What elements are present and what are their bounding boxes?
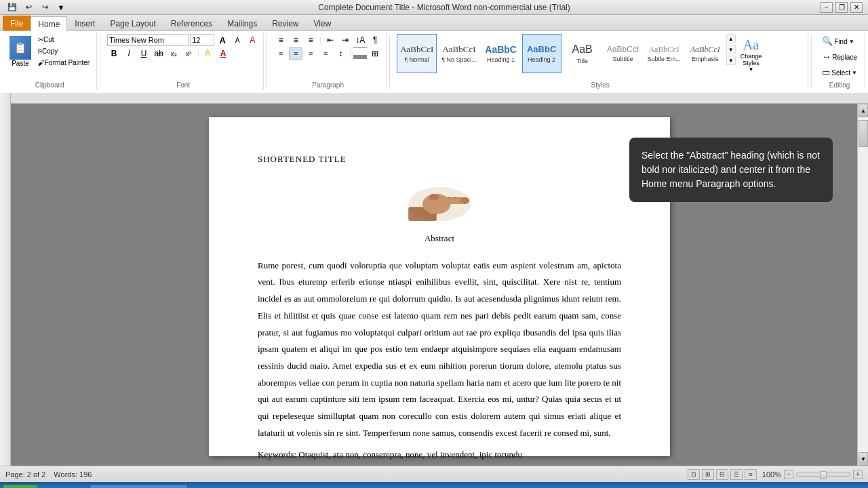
- editing-group-content: 🔍 Find ▼ ↔ Replace ▭ Select ▼: [818, 34, 861, 80]
- underline-button[interactable]: U: [137, 47, 151, 60]
- restore-btn[interactable]: ❐: [835, 2, 848, 13]
- style-title-btn[interactable]: AaB Title: [563, 34, 602, 73]
- abstract-hand-image: [406, 180, 473, 228]
- styles-group-content: AaBbCcI ¶ Normal AaBbCcI ¶ No Spaci... A…: [397, 34, 765, 80]
- align-center-btn[interactable]: ≡: [289, 47, 302, 60]
- line-spacing-btn[interactable]: ↕: [334, 47, 347, 60]
- window-controls: − ❐ ✕: [821, 2, 863, 13]
- style-subtle-btn[interactable]: AaBbCcI Subtle Em...: [644, 34, 684, 73]
- view-print-btn[interactable]: ⊡: [688, 469, 700, 480]
- show-marks-btn[interactable]: ¶: [368, 34, 382, 46]
- paragraph-label: Paragraph: [274, 80, 382, 89]
- style-heading1-btn[interactable]: AaBbC Heading 1: [481, 34, 521, 73]
- styles-scroll-up[interactable]: ▲: [726, 34, 736, 43]
- text-highlight-btn[interactable]: A: [201, 47, 215, 60]
- font-row-2: B I U ab x₂ x² A A: [107, 47, 230, 60]
- style-heading1-label: Heading 1: [487, 56, 515, 63]
- align-left-btn[interactable]: ≡: [274, 47, 288, 60]
- minimize-btn[interactable]: −: [821, 2, 833, 13]
- undo-quick-btn[interactable]: ↩: [22, 1, 35, 14]
- save-quick-btn[interactable]: 💾: [5, 1, 19, 14]
- numbering-btn[interactable]: ≡: [289, 34, 302, 46]
- redo-quick-btn[interactable]: ↪: [38, 1, 52, 14]
- style-subtitle-btn[interactable]: AaBbCcI Subtitle: [604, 34, 643, 73]
- decrease-indent-btn[interactable]: ⇤: [323, 34, 337, 46]
- scroll-down-btn[interactable]: ▼: [859, 452, 868, 466]
- bullets-btn[interactable]: ≡: [274, 34, 288, 46]
- replace-btn[interactable]: ↔ Replace: [818, 49, 861, 64]
- status-left: Page: 2 of 2 Words: 196: [5, 470, 92, 479]
- font-size-selector[interactable]: [190, 34, 214, 46]
- tab-page-layout[interactable]: Page Layout: [102, 16, 163, 30]
- tab-file[interactable]: File: [3, 16, 31, 30]
- styles-scroll-down[interactable]: ▼: [726, 45, 736, 54]
- increase-indent-btn[interactable]: ⇥: [338, 34, 352, 46]
- view-outline-btn[interactable]: ☰: [730, 469, 743, 480]
- view-web-btn[interactable]: ⊟: [716, 469, 728, 480]
- page-info: Page: 2 of 2: [5, 470, 45, 479]
- styles-scroll-arrows: ▲ ▼ ▼: [726, 34, 736, 65]
- find-label: Find: [834, 38, 847, 45]
- zoom-out-btn[interactable]: −: [784, 470, 793, 479]
- paste-button[interactable]: 📋 Paste: [7, 34, 34, 69]
- copy-button[interactable]: ⎘ Copy: [35, 45, 92, 56]
- style-normal-preview: AaBbCcI: [400, 44, 433, 55]
- tab-view[interactable]: View: [307, 16, 339, 30]
- style-subtitle-preview: AaBbCcI: [607, 45, 639, 54]
- zoom-slider-thumb[interactable]: [820, 471, 827, 479]
- style-heading1-preview: AaBbC: [485, 44, 517, 56]
- select-btn[interactable]: ▭ Select ▼: [818, 65, 861, 80]
- bold-button[interactable]: B: [107, 47, 121, 60]
- subscript-btn[interactable]: x₂: [167, 47, 180, 60]
- clipboard-group: 📋 Paste ✂ Cut ⎘ Copy 🖌 Format Painter Cl…: [3, 33, 97, 90]
- border-btn[interactable]: ⊞: [368, 47, 382, 60]
- style-heading2-btn[interactable]: AaBbC Heading 2: [522, 34, 561, 73]
- tab-insert[interactable]: Insert: [67, 16, 102, 30]
- font-name-selector[interactable]: [107, 34, 189, 46]
- document-scroll-area[interactable]: SHORTENED TITLE: [11, 104, 868, 466]
- scrollbar-vertical[interactable]: ▲ ▼: [857, 104, 868, 466]
- tab-references[interactable]: References: [163, 16, 220, 30]
- multilevel-btn[interactable]: ≡: [304, 34, 317, 46]
- font-color-btn[interactable]: A: [216, 47, 230, 60]
- font-row-1: A A A: [107, 34, 259, 46]
- strikethrough-btn[interactable]: ab: [152, 47, 165, 60]
- superscript-btn[interactable]: x²: [182, 47, 195, 60]
- font-shrink-btn[interactable]: A: [231, 34, 244, 46]
- align-right-btn[interactable]: ≡: [304, 47, 317, 60]
- format-painter-button[interactable]: 🖌 Format Painter: [35, 57, 92, 68]
- style-no-spacing-btn[interactable]: AaBbCcI ¶ No Spaci...: [438, 34, 479, 73]
- view-draft-btn[interactable]: ≡: [745, 469, 757, 480]
- shading-btn[interactable]: [353, 47, 367, 60]
- view-full-btn[interactable]: ⊞: [702, 469, 714, 480]
- zoom-in-btn[interactable]: +: [853, 470, 863, 479]
- style-normal-btn[interactable]: AaBbCcI ¶ Normal: [397, 34, 437, 73]
- tab-review[interactable]: Review: [264, 16, 306, 30]
- sort-btn[interactable]: ↕A: [353, 34, 367, 46]
- find-btn[interactable]: 🔍 Find ▼: [818, 34, 857, 49]
- editing-group: 🔍 Find ▼ ↔ Replace ▭ Select ▼ Editing: [814, 33, 865, 90]
- change-styles-btn[interactable]: Aа ChangeStyles ▼: [737, 34, 766, 76]
- svg-point-5: [460, 197, 469, 204]
- change-styles-label: ChangeStyles: [741, 53, 762, 66]
- font-grow-btn[interactable]: A: [216, 34, 229, 46]
- qa-dropdown-btn[interactable]: ▼: [54, 1, 68, 14]
- styles-scroll-more[interactable]: ▼: [726, 56, 736, 65]
- tab-home[interactable]: Home: [31, 16, 67, 31]
- taskbar-word-item[interactable]: W Complete Document ...: [90, 485, 188, 488]
- scroll-up-btn[interactable]: ▲: [859, 104, 868, 117]
- zoom-slider[interactable]: [796, 472, 850, 477]
- style-emphasis-btn[interactable]: AaBbCcI Emphasis: [686, 34, 725, 73]
- tab-mailings[interactable]: Mailings: [220, 16, 264, 30]
- start-button[interactable]: start: [3, 485, 38, 488]
- close-btn[interactable]: ✕: [850, 2, 863, 13]
- taskbar: start 🌐 📁 🎵 W Complete Document ... 9:41…: [0, 482, 868, 488]
- font-label: Font: [107, 80, 259, 89]
- scroll-thumb[interactable]: [859, 120, 868, 147]
- style-title-preview: AaB: [572, 43, 592, 56]
- clear-format-btn[interactable]: A: [245, 34, 259, 46]
- cut-button[interactable]: ✂ Cut: [35, 34, 92, 45]
- italic-button[interactable]: I: [122, 47, 136, 60]
- para-sep1: [320, 37, 321, 43]
- justify-btn[interactable]: ≡: [319, 47, 332, 60]
